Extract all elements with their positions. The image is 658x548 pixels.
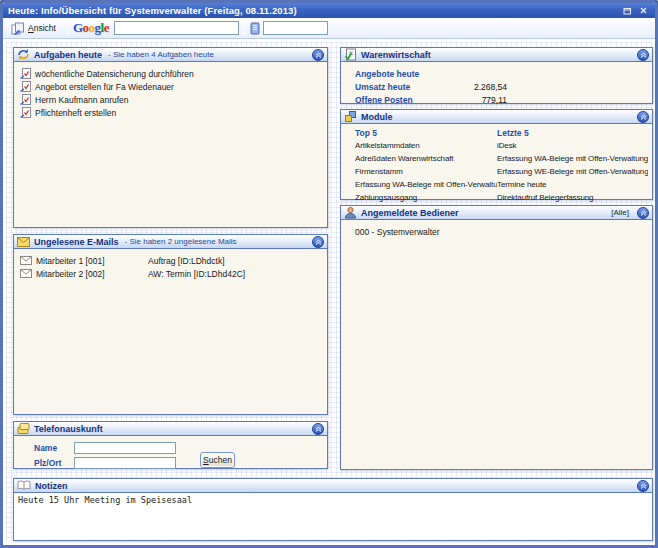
task-item[interactable]: wöchentliche Datensicherung durchführen xyxy=(14,67,327,80)
titlebar: Heute: Info/Übersicht für Systemverwalte… xyxy=(3,3,655,18)
task-icon xyxy=(20,68,31,79)
email-item[interactable]: Mitarbeiter 1 [001] Auftrag [ID:LDhdctk] xyxy=(14,254,327,267)
notizen-textarea[interactable]: Heute 15 Uhr Meeting im Speisesaal xyxy=(14,493,652,540)
panel-title: Aufgaben heute xyxy=(34,50,102,60)
phonebook-icon xyxy=(250,22,260,35)
notebook-icon xyxy=(17,480,31,491)
panel-title: Ungelesene E-Mails xyxy=(34,237,119,247)
google-logo: Google xyxy=(73,20,109,36)
restore-icon xyxy=(623,7,632,15)
module-link[interactable]: Erfassung WA-Belege mit Offen-Verwaltung xyxy=(355,180,497,193)
email-sender: Mitarbeiter 2 [002] xyxy=(36,269,144,279)
collapse-button[interactable] xyxy=(637,111,649,123)
task-item[interactable]: Pflichtenheft erstellen xyxy=(14,106,327,119)
ww-row: Angebote heute xyxy=(341,67,652,80)
email-sender: Mitarbeiter 1 [001] xyxy=(36,256,144,266)
envelope-icon xyxy=(20,256,32,265)
panel-subtitle: - Sie haben 4 Aufgaben heute xyxy=(108,50,214,59)
panel-bediener-header: Angemeldete Bediener [Alle] xyxy=(341,206,652,220)
view-pages-icon xyxy=(11,22,25,35)
restore-button[interactable] xyxy=(621,5,634,16)
panel-emails: Ungelesene E-Mails - Sie haben 2 ungeles… xyxy=(13,234,328,415)
module-link[interactable]: Erfassung WE-Belege mit Offen-Verwaltung xyxy=(497,167,648,180)
panel-emails-header: Ungelesene E-Mails - Sie haben 2 ungeles… xyxy=(14,235,327,249)
ww-row: Offene Posten 779,11 xyxy=(341,93,652,106)
module-link[interactable]: Adreßdaten Warenwirtschaft xyxy=(355,154,497,167)
panel-module-header: Module xyxy=(341,110,652,124)
ww-link-angebote[interactable]: Angebote heute xyxy=(355,69,455,79)
ww-link-umsatz[interactable]: Umsatz heute xyxy=(355,82,455,92)
task-item[interactable]: Angebot erstellen für Fa Wiedenauer xyxy=(14,80,327,93)
phone-search-input[interactable] xyxy=(263,21,328,35)
collapse-button[interactable] xyxy=(637,207,649,219)
chevron-up-icon xyxy=(315,52,322,58)
module-letzte5-header[interactable]: Letzte 5 xyxy=(497,128,648,141)
toolbar: Ansicht Google xyxy=(3,18,655,39)
panel-title: Warenwirtschaft xyxy=(361,50,431,60)
bediener-item: 000 - Systemverwalter xyxy=(355,227,652,237)
email-item[interactable]: Mitarbeiter 2 [002] AW: Termin [ID:LDhd4… xyxy=(14,267,327,280)
alle-link[interactable]: [Alle] xyxy=(611,208,629,217)
panel-bediener: Angemeldete Bediener [Alle] 000 - System… xyxy=(340,205,653,470)
task-item[interactable]: Herrn Kaufmann anrufen xyxy=(14,93,327,106)
task-icon xyxy=(20,94,31,105)
chevron-up-icon xyxy=(315,239,322,245)
collapse-button[interactable] xyxy=(312,49,324,61)
app-window: Heute: Info/Übersicht für Systemverwalte… xyxy=(0,0,658,548)
task-label: Pflichtenheft erstellen xyxy=(35,108,116,118)
close-icon xyxy=(640,7,647,14)
module-link[interactable]: iDesk xyxy=(497,141,648,154)
collapse-button[interactable] xyxy=(312,236,324,248)
collapse-button[interactable] xyxy=(637,480,649,492)
panel-subtitle: - Sie haben 2 ungelesene Mails xyxy=(125,237,237,246)
panel-title: Angemeldete Bediener xyxy=(361,208,459,218)
task-label: Herrn Kaufmann anrufen xyxy=(35,95,129,105)
mail-icon xyxy=(17,237,30,247)
panel-notizen-header: Notizen xyxy=(14,479,652,493)
chevron-up-icon xyxy=(640,52,647,58)
checklist-icon xyxy=(344,48,357,61)
module-link[interactable]: Artikelstammdaten xyxy=(355,141,497,154)
toolbar-separator xyxy=(244,20,245,36)
task-label: Angebot erstellen für Fa Wiedenauer xyxy=(35,82,174,92)
module-link[interactable]: Termine heute xyxy=(497,180,648,193)
plz-ort-label: Plz/Ort xyxy=(34,458,74,468)
chevron-up-icon xyxy=(640,483,647,489)
suchen-button[interactable]: Suchen xyxy=(200,452,235,468)
ansicht-label: Ansicht xyxy=(28,23,56,33)
panel-warenwirtschaft: Warenwirtschaft Angebote heute Umsatz he… xyxy=(340,47,653,104)
panel-warenwirtschaft-header: Warenwirtschaft xyxy=(341,48,652,62)
panel-telefon-header: Telefonauskunft xyxy=(14,422,327,436)
plz-ort-field[interactable] xyxy=(74,457,176,469)
ww-link-offene-posten[interactable]: Offene Posten xyxy=(355,95,455,105)
panel-aufgaben: Aufgaben heute - Sie haben 4 Aufgaben he… xyxy=(13,47,328,228)
phone-cards-icon xyxy=(17,422,30,435)
window-title: Heute: Info/Übersicht für Systemverwalte… xyxy=(8,5,618,16)
tasks-icon xyxy=(17,48,30,61)
task-label: wöchentliche Datensicherung durchführen xyxy=(35,69,194,79)
name-field[interactable] xyxy=(74,442,176,454)
name-label: Name xyxy=(34,443,74,453)
ansicht-button[interactable]: Ansicht xyxy=(7,20,62,37)
close-button[interactable] xyxy=(637,5,650,16)
panel-title: Notizen xyxy=(35,481,68,491)
panel-aufgaben-header: Aufgaben heute - Sie haben 4 Aufgaben he… xyxy=(14,48,327,62)
panel-title: Module xyxy=(361,112,393,122)
module-top5-header[interactable]: Top 5 xyxy=(355,128,497,141)
panel-telefon: Telefonauskunft Name Plz/Ort Suchen xyxy=(13,421,328,469)
ww-value: 779,11 xyxy=(455,95,507,105)
module-link[interactable]: Erfassung WA-Belege mit Offen-Verwaltung xyxy=(497,154,648,167)
chevron-up-icon xyxy=(640,210,647,216)
panel-notizen: Notizen Heute 15 Uhr Meeting im Speisesa… xyxy=(13,478,653,541)
google-search-input[interactable] xyxy=(114,21,239,35)
task-icon xyxy=(20,81,31,92)
module-icon xyxy=(344,110,357,123)
collapse-button[interactable] xyxy=(312,423,324,435)
email-subject: Auftrag [ID:LDhdctk] xyxy=(148,256,327,266)
dashboard: Aufgaben heute - Sie haben 4 Aufgaben he… xyxy=(6,42,652,542)
email-subject: AW: Termin [ID:LDhd42C] xyxy=(148,269,327,279)
envelope-icon xyxy=(20,269,32,278)
collapse-button[interactable] xyxy=(637,49,649,61)
module-link[interactable]: Firmenstamm xyxy=(355,167,497,180)
ww-value: 2.268,54 xyxy=(455,82,507,92)
